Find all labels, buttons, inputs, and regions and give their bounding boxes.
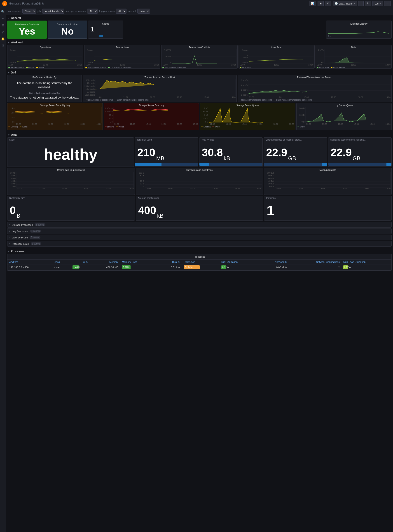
job-label: job	[38, 10, 41, 12]
svg-marker-16	[324, 58, 369, 63]
avg-partition-value: 400	[138, 204, 156, 217]
log-processes-badge: 4 panels	[30, 230, 41, 233]
general-panels-row: Database is Available Yes Database is Lo…	[7, 20, 392, 39]
time-range-button[interactable]: 🕐 Last 3 hours ▾	[333, 1, 357, 6]
log-processes-select[interactable]: All	[116, 9, 127, 14]
batch-perf-label: Batch Performance Limited By	[9, 92, 80, 95]
cell-address: 192.168.0.2:4500	[7, 264, 52, 270]
system-kv-value: 0	[10, 204, 16, 217]
sidebar-settings[interactable]: ⚙	[0, 43, 5, 48]
log-processes-title: Log Processes	[12, 230, 28, 233]
svg-marker-13	[249, 59, 303, 61]
sidebar-search[interactable]: 🔍	[0, 9, 5, 14]
state-panel: State healthy	[7, 137, 134, 167]
db-locked-panel: Database is Locked No	[48, 20, 87, 39]
col-address[interactable]: Address	[7, 260, 52, 264]
settings-button[interactable]: ⚙	[325, 1, 331, 6]
topbar: G General / FoundationDB ⎘ 📊 ⊞ ⚙ 🕐 Last …	[0, 0, 393, 7]
sidebar-dashboards[interactable]: ⊞	[0, 23, 5, 28]
zoom-out-button[interactable]: −	[358, 1, 364, 6]
col-memory[interactable]: Memory	[90, 260, 120, 264]
col-network-conn[interactable]: Network Connections	[289, 260, 342, 264]
filter-bar: namespace None job foundationdb storage …	[6, 7, 393, 15]
processes-section-header[interactable]: ▼ Processes	[7, 248, 392, 254]
data-row-3: System KV size 0 B Average partition siz…	[7, 196, 392, 221]
perf-limited-text: The database is not being saturated by t…	[17, 81, 72, 89]
system-kv-panel: System KV size 0 B	[7, 196, 135, 221]
app-logo: G	[2, 1, 7, 6]
refresh-button[interactable]: ↻	[365, 1, 371, 6]
col-disk-io[interactable]: Disk IO	[157, 260, 182, 264]
job-select[interactable]: foundationdb	[42, 9, 64, 14]
storage-dur-lag-panel: Storage Server Durability Lag 14 s 12 s …	[7, 103, 103, 130]
clients-value: 1	[91, 26, 94, 33]
general-section-header[interactable]: ▼ General	[7, 15, 392, 20]
col-disk-used[interactable]: Disk Used	[182, 260, 220, 264]
transactions-title: Transactions	[84, 45, 160, 49]
workload-section-header[interactable]: ▼ Workload	[7, 40, 392, 45]
cpu-bar: 1.68%	[73, 265, 79, 269]
breadcrumb-db[interactable]: FoundationDB	[22, 2, 41, 5]
namespace-select[interactable]: None	[22, 9, 36, 14]
cell-disk-used: 84.14%	[182, 264, 220, 270]
col-disk-util[interactable]: Disk Utilization	[220, 260, 258, 264]
table-row: 192.168.0.2:4500 unset 1.68% 456.38 MB 5…	[7, 264, 391, 270]
svg-rect-23	[15, 107, 102, 123]
refresh-interval-button[interactable]: 10s ▾	[373, 1, 383, 6]
latency-probe-badge: 3 panels	[29, 236, 40, 239]
latency-probe-section[interactable]: › Latency Probe 3 panels	[7, 235, 392, 240]
sidebar-explore[interactable]: ◎	[0, 29, 5, 34]
storage-queue-panel: Storage Server Queue 2 kB 1.50 kB 1 kB 5…	[200, 103, 295, 130]
refresh-interval-label: 10s	[374, 2, 378, 5]
qos-row-1: Performance Limited By The database is n…	[7, 75, 392, 102]
qos-section-header[interactable]: ▼ QoS	[7, 70, 392, 75]
exporter-latency-value: 0 s	[327, 35, 391, 38]
moving-rate-title: Moving data rate	[264, 168, 391, 172]
svg-marker-31	[305, 113, 366, 122]
cell-class: unset	[52, 264, 71, 270]
recovery-state-section[interactable]: › Recovery State 2 panels	[7, 241, 392, 247]
log-processes-arrow: ›	[9, 230, 10, 232]
storage-processes-badge: 6 panels	[34, 223, 45, 226]
data-section-header[interactable]: ▼ Data	[7, 132, 392, 137]
share-icon[interactable]: ⎘	[42, 2, 44, 5]
col-network-io[interactable]: Network IO	[258, 260, 289, 264]
col-memory-used[interactable]: Memory Used	[120, 260, 157, 264]
operations-legend: Read requests Reads Writes	[7, 66, 83, 69]
processes-table-panel: Processes Address Class CPU Memory Memor…	[7, 254, 392, 271]
workload-panels-row: Operations 5 ops/s 0 ops/s	[7, 45, 392, 69]
breadcrumb-general[interactable]: General	[9, 2, 20, 5]
state-label: State	[7, 138, 134, 142]
tps-limit-title: Transactions per Second Limit	[83, 75, 236, 79]
sidebar-alerts[interactable]: 🔔	[0, 36, 5, 41]
disk-util-bar: 0.12%	[221, 265, 226, 269]
workload-section-title: Workload	[11, 41, 23, 44]
os-full-store-value: 22.9	[266, 146, 287, 159]
interval-select[interactable]: auto	[137, 9, 150, 14]
col-class[interactable]: Class	[52, 260, 71, 264]
storage-processes-section[interactable]: › Storage Processes 6 panels	[7, 222, 392, 228]
sidebar-add[interactable]: +	[0, 16, 5, 21]
tx-conflicts-title: Transaction Conflicts	[162, 45, 237, 49]
more-button[interactable]: ⋯	[384, 1, 391, 6]
namespace-label: namespace	[8, 10, 21, 12]
log-processes-section[interactable]: › Log Processes 4 panels	[7, 228, 392, 234]
storage-processes-select[interactable]: All	[87, 9, 98, 14]
col-run-loop[interactable]: Run Loop Utilization	[342, 260, 391, 264]
chart-type-button[interactable]: 📊	[309, 1, 316, 6]
clients-title: Clients	[89, 22, 122, 25]
cell-run-loop: 0.87%	[342, 264, 391, 270]
breadcrumb: General / FoundationDB ⎘	[9, 2, 44, 5]
tx-conflicts-panel: Transaction Conflicts 0.00500 0.00250 0	[161, 45, 237, 69]
avg-partition-label: Average partition size	[136, 196, 263, 200]
db-available-label: Database is Available	[15, 23, 39, 26]
db-available-value: Yes	[19, 27, 35, 36]
left-sidebar: 🔍 + ⊞ ◎ 🔔 ⚙	[0, 7, 6, 275]
search-button[interactable]: ⊞	[318, 1, 324, 6]
col-cpu[interactable]: CPU	[71, 260, 90, 264]
interval-label: interval	[128, 10, 136, 12]
avg-partition-panel: Average partition size 400 kB	[136, 196, 263, 221]
os-full-log-value: 22.9	[331, 146, 352, 159]
svg-rect-3	[17, 49, 82, 64]
total-kv-label: Total KV size	[199, 138, 262, 142]
